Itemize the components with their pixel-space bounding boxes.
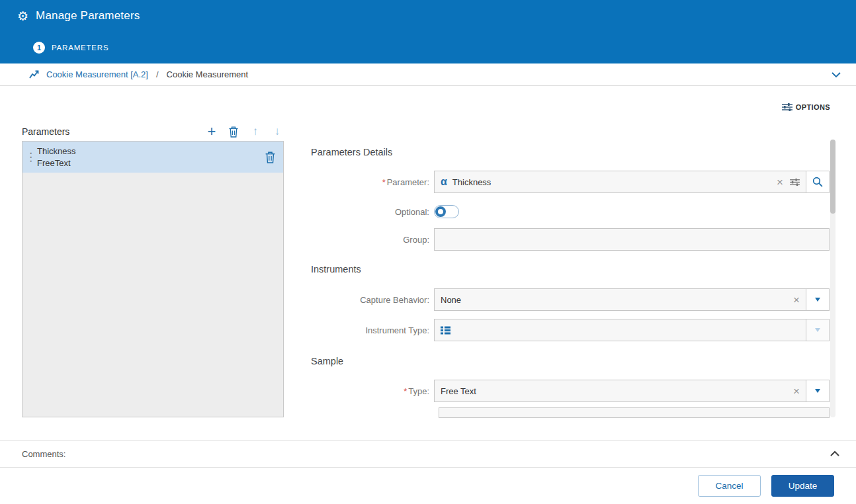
required-marker: *: [382, 177, 386, 187]
scrollbar-thumb[interactable]: [830, 140, 835, 214]
next-field-partial[interactable]: [439, 407, 830, 418]
cancel-button[interactable]: Cancel: [698, 475, 761, 497]
comments-label: Comments:: [22, 449, 65, 459]
type-field[interactable]: Free Text ×: [434, 380, 806, 402]
clear-type-icon[interactable]: ×: [793, 386, 800, 397]
move-up-button[interactable]: ↑: [249, 125, 262, 138]
instruments-heading: Instruments: [311, 264, 830, 274]
type-label: *Type:: [311, 386, 434, 396]
capture-behavior-value: None: [441, 295, 461, 305]
comments-section: Comments:: [0, 440, 856, 468]
update-button[interactable]: Update: [771, 475, 834, 497]
parameter-item-name: Thickness: [37, 146, 76, 157]
instrument-type-dropdown-button: [806, 319, 830, 341]
parameter-lookup-button[interactable]: [806, 171, 830, 193]
title-row: ⚙ Manage Parameters: [0, 0, 856, 32]
caret-down-icon: [815, 298, 820, 302]
breadcrumb: Cookie Measurement [A.2] / Cookie Measur…: [0, 63, 856, 86]
parameters-list-header: Parameters + ↑ ↓: [22, 124, 284, 139]
type-row: *Type: Free Text ×: [311, 380, 830, 402]
options-button[interactable]: OPTIONS: [782, 103, 830, 112]
step-number-badge: 1: [33, 42, 45, 54]
details-heading: Parameters Details: [311, 147, 830, 157]
parameter-value: Thickness: [452, 177, 492, 187]
required-marker: *: [404, 386, 407, 396]
parameter-row: *Parameter: α Thickness ×: [311, 171, 830, 193]
instrument-type-field[interactable]: [434, 319, 806, 341]
alpha-icon: α: [441, 176, 447, 188]
chevron-up-icon[interactable]: [830, 450, 840, 457]
clear-parameter-icon[interactable]: ×: [777, 177, 783, 188]
chart-icon: [29, 69, 41, 79]
capture-behavior-row: Capture Behavior: None ×: [311, 288, 830, 311]
breadcrumb-link[interactable]: Cookie Measurement [A.2]: [46, 69, 148, 79]
parameter-details-panel: Parameters Details *Parameter: α Thickne…: [311, 139, 830, 418]
chevron-down-icon[interactable]: [831, 71, 841, 78]
parameters-list-title: Parameters: [22, 126, 69, 137]
page-title: Manage Parameters: [36, 9, 140, 22]
sliders-icon: [782, 103, 792, 112]
breadcrumb-separator: /: [156, 69, 159, 79]
instrument-type-row: Instrument Type:: [311, 319, 830, 341]
list-icon: [441, 326, 450, 335]
footer-bar: Cancel Update: [0, 468, 856, 504]
parameter-item-type: FreeText: [37, 157, 76, 169]
manage-parameters-icon: ⚙: [17, 10, 28, 22]
optional-label: Optional:: [311, 207, 434, 217]
filter-sliders-icon[interactable]: [790, 178, 800, 187]
type-value: Free Text: [441, 386, 476, 396]
delete-parameter-button[interactable]: [227, 125, 240, 138]
step-label[interactable]: PARAMETERS: [52, 44, 108, 52]
add-parameter-button[interactable]: +: [205, 125, 218, 138]
instrument-type-label: Instrument Type:: [311, 325, 434, 335]
group-label: Group:: [311, 235, 434, 245]
capture-behavior-label: Capture Behavior:: [311, 295, 434, 305]
parameters-list: ⋮ Thickness FreeText: [22, 141, 284, 417]
type-dropdown-button[interactable]: [806, 380, 830, 402]
group-row: Group:: [311, 228, 830, 251]
clear-capture-behavior-icon[interactable]: ×: [793, 294, 800, 306]
breadcrumb-current: Cookie Measurement: [167, 69, 249, 79]
caret-down-icon: [815, 389, 820, 393]
parameter-list-item[interactable]: ⋮ Thickness FreeText: [22, 142, 283, 173]
group-input[interactable]: [434, 228, 830, 251]
capture-behavior-dropdown-button[interactable]: [806, 288, 830, 311]
parameter-field[interactable]: α Thickness ×: [434, 171, 806, 193]
wizard-step-row: 1 PARAMETERS: [0, 32, 856, 63]
toggle-knob: [435, 206, 446, 217]
sample-heading: Sample: [311, 356, 830, 366]
parameter-item-text: Thickness FreeText: [37, 146, 76, 169]
drag-handle-icon[interactable]: ⋮: [25, 150, 34, 164]
details-scrollbar[interactable]: [830, 140, 835, 417]
row-delete-button[interactable]: [265, 151, 275, 163]
caret-down-icon: [815, 328, 820, 332]
parameter-label: *Parameter:: [311, 177, 434, 187]
options-label: OPTIONS: [796, 103, 830, 111]
header-bar: ⚙ Manage Parameters 1 PARAMETERS: [0, 0, 856, 63]
optional-toggle[interactable]: [434, 205, 459, 218]
search-icon: [812, 177, 823, 187]
parameters-list-toolbar: + ↑ ↓: [205, 125, 284, 138]
capture-behavior-field[interactable]: None ×: [434, 288, 806, 311]
move-down-button[interactable]: ↓: [271, 125, 284, 138]
optional-row: Optional:: [311, 205, 830, 218]
